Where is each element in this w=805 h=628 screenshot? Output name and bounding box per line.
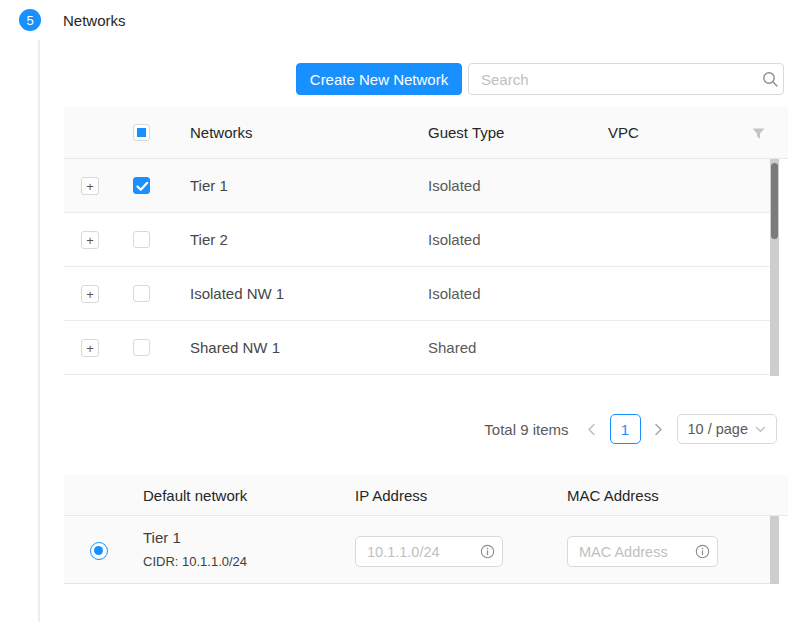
- expand-row-icon[interactable]: +: [81, 285, 99, 303]
- mac-address-input[interactable]: [568, 544, 687, 560]
- networks-table-header: Networks Guest Type VPC: [64, 106, 788, 159]
- ip-address-input[interactable]: [356, 544, 472, 560]
- default-network-radio[interactable]: [90, 542, 108, 560]
- info-icon[interactable]: [687, 544, 717, 559]
- filter-icon[interactable]: [752, 126, 765, 144]
- row-checkbox[interactable]: [133, 339, 150, 356]
- table-scrollbar-thumb[interactable]: [771, 163, 778, 239]
- default-network-cidr: CIDR: 10.1.1.0/24: [143, 554, 247, 569]
- default-network-name: Tier 1: [143, 529, 181, 546]
- chevron-down-icon: [755, 426, 766, 433]
- table-scrollbar-track[interactable]: [770, 516, 779, 584]
- row-checkbox[interactable]: [133, 285, 150, 302]
- info-icon[interactable]: [472, 544, 502, 559]
- guest-type: Isolated: [428, 213, 481, 266]
- page-size-value: 10 / page: [688, 421, 748, 437]
- next-page-icon[interactable]: [650, 414, 668, 444]
- search-box[interactable]: [468, 63, 784, 95]
- column-header-mac-address: MAC Address: [567, 475, 659, 515]
- table-row[interactable]: + Shared NW 1 Shared: [64, 321, 771, 375]
- row-checkbox[interactable]: [133, 177, 150, 194]
- step-number: 5: [26, 13, 33, 28]
- column-header-guest-type: Guest Type: [428, 106, 504, 158]
- search-input[interactable]: [469, 71, 757, 88]
- networks-table-body: + Tier 1 Isolated + Tier 2 Isolated + Is…: [64, 159, 771, 375]
- guest-type: Isolated: [428, 159, 481, 212]
- ip-address-field[interactable]: [355, 536, 503, 567]
- table-row[interactable]: + Tier 2 Isolated: [64, 213, 771, 267]
- expand-row-icon[interactable]: +: [81, 177, 99, 195]
- network-name: Tier 2: [190, 213, 228, 266]
- default-network-row[interactable]: Tier 1 CIDR: 10.1.1.0/24: [64, 516, 771, 584]
- column-header-ip-address: IP Address: [355, 475, 427, 515]
- page-title: Networks: [63, 12, 126, 29]
- row-checkbox[interactable]: [133, 231, 150, 248]
- networks-step-page: 5 Networks Create New Network Networks G…: [0, 0, 805, 628]
- select-all-checkbox[interactable]: [133, 124, 150, 141]
- network-name: Shared NW 1: [190, 321, 280, 374]
- column-header-default-network: Default network: [143, 475, 247, 515]
- step-number-badge: 5: [19, 9, 41, 31]
- create-new-network-button[interactable]: Create New Network: [296, 63, 462, 95]
- expand-row-icon[interactable]: +: [81, 339, 99, 357]
- table-scrollbar-track[interactable]: [770, 159, 779, 376]
- table-row[interactable]: + Tier 1 Isolated: [64, 159, 771, 213]
- pagination-total: Total 9 items: [484, 421, 568, 438]
- guest-type: Isolated: [428, 267, 481, 320]
- expand-row-icon[interactable]: +: [81, 231, 99, 249]
- mac-address-field[interactable]: [567, 536, 718, 567]
- guest-type: Shared: [428, 321, 476, 374]
- page-size-select[interactable]: 10 / page: [677, 414, 777, 444]
- network-name: Isolated NW 1: [190, 267, 284, 320]
- step-progress-line: [38, 40, 40, 622]
- page-number-button[interactable]: 1: [610, 414, 641, 444]
- pagination: Total 9 items 1 10 / page: [484, 413, 777, 445]
- prev-page-icon[interactable]: [583, 414, 601, 444]
- network-name: Tier 1: [190, 159, 228, 212]
- table-row[interactable]: + Isolated NW 1 Isolated: [64, 267, 771, 321]
- default-network-table-header: Default network IP Address MAC Address: [64, 475, 788, 516]
- column-header-vpc: VPC: [608, 106, 639, 158]
- column-header-networks: Networks: [190, 106, 253, 158]
- search-icon[interactable]: [757, 71, 783, 88]
